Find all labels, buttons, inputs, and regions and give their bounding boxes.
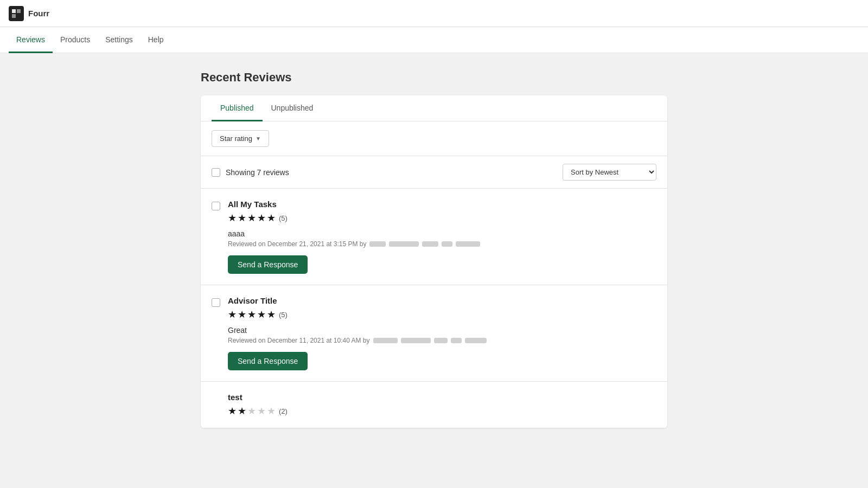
star-3: ★ [247, 212, 256, 224]
blurred-name-1b [389, 241, 419, 247]
review-3-product-title: test [228, 393, 656, 402]
app-logo: Fourr [9, 6, 49, 21]
nav-item-products[interactable]: Products [53, 27, 98, 53]
star-4: ★ [257, 212, 266, 224]
chevron-down-icon: ▼ [256, 136, 261, 142]
blurred-name-2d [451, 338, 462, 343]
star-4: ★ [257, 405, 266, 417]
star-1: ★ [228, 212, 237, 224]
nav-label-products: Products [60, 35, 90, 44]
blurred-name-2e [465, 338, 487, 343]
review-1-star-count: (5) [279, 214, 288, 222]
blurred-name-2a [373, 338, 398, 343]
star-1: ★ [228, 405, 237, 417]
blurred-name-1a [369, 241, 386, 247]
main-content: Recent Reviews Published Unpublished Sta… [0, 53, 868, 445]
star-2: ★ [238, 309, 246, 320]
star-rating-label: Star rating [220, 134, 252, 143]
showing-reviews-label: Showing 7 reviews [226, 168, 289, 177]
star-rating-filter-button[interactable]: Star rating ▼ [212, 130, 269, 147]
star-5: ★ [267, 309, 276, 320]
review-item-2: Advisor Title ★ ★ ★ ★ ★ (5) Great Review… [201, 285, 667, 382]
review-2-text: Great [228, 326, 656, 335]
filter-bar: Star rating ▼ [201, 121, 667, 156]
review-3-content: test ★ ★ ★ ★ ★ (2) [228, 393, 656, 422]
topbar: Fourr [0, 0, 868, 27]
blurred-name-2c [434, 338, 448, 343]
review-1-product-title: All My Tasks [228, 200, 656, 209]
svg-rect-1 [17, 9, 21, 13]
main-nav: Reviews Products Settings Help [0, 27, 868, 53]
review-2-meta: Reviewed on December 11, 2021 at 10:40 A… [228, 337, 656, 344]
star-1: ★ [228, 309, 237, 320]
review-1-meta: Reviewed on December 21, 2021 at 3:15 PM… [228, 240, 656, 248]
tabs-bar: Published Unpublished [201, 95, 667, 121]
star-3: ★ [247, 309, 256, 320]
review-1-content: All My Tasks ★ ★ ★ ★ ★ (5) aaaa Reviewed… [228, 200, 656, 274]
blurred-name-1e [456, 241, 480, 247]
review-1-checkbox[interactable] [212, 202, 220, 210]
review-2-content: Advisor Title ★ ★ ★ ★ ★ (5) Great Review… [228, 296, 656, 370]
review-3-star-count: (2) [279, 407, 288, 415]
select-all-checkbox[interactable] [212, 168, 220, 177]
nav-item-reviews[interactable]: Reviews [9, 27, 53, 53]
page-title: Recent Reviews [201, 70, 667, 85]
nav-label-reviews: Reviews [16, 35, 45, 44]
review-2-stars: ★ ★ ★ ★ ★ (5) [228, 309, 656, 320]
review-item-3: test ★ ★ ★ ★ ★ (2) [201, 382, 667, 428]
send-response-button-2[interactable]: Send a Response [228, 352, 308, 370]
svg-rect-2 [12, 14, 16, 18]
nav-label-settings: Settings [105, 35, 133, 44]
app-name: Fourr [28, 9, 49, 18]
review-1-stars: ★ ★ ★ ★ ★ (5) [228, 212, 656, 224]
nav-item-settings[interactable]: Settings [98, 27, 141, 53]
logo-icon [9, 6, 24, 21]
showing-reviews-row: Showing 7 reviews [212, 168, 289, 177]
tab-unpublished[interactable]: Unpublished [263, 96, 322, 121]
review-2-checkbox[interactable] [212, 298, 220, 307]
review-2-star-count: (5) [279, 311, 288, 319]
review-item-1: All My Tasks ★ ★ ★ ★ ★ (5) aaaa Reviewed… [201, 189, 667, 285]
star-2: ★ [238, 212, 246, 224]
star-5: ★ [267, 212, 276, 224]
blurred-name-1d [442, 241, 452, 247]
reviews-card: Published Unpublished Star rating ▼ Show… [201, 95, 667, 428]
send-response-button-1[interactable]: Send a Response [228, 255, 308, 274]
sort-select[interactable]: Sort by Newest Sort by Oldest Sort by Hi… [563, 164, 656, 181]
nav-item-help[interactable]: Help [141, 27, 171, 53]
review-1-text: aaaa [228, 229, 656, 238]
nav-label-help: Help [148, 35, 164, 44]
svg-rect-0 [12, 9, 16, 13]
tab-published[interactable]: Published [212, 96, 263, 121]
review-2-product-title: Advisor Title [228, 296, 656, 305]
blurred-name-2b [401, 338, 431, 343]
star-5: ★ [267, 405, 276, 417]
blurred-name-1c [422, 241, 438, 247]
star-4: ★ [257, 309, 266, 320]
review-3-stars: ★ ★ ★ ★ ★ (2) [228, 405, 656, 417]
star-2: ★ [238, 405, 246, 417]
star-3: ★ [247, 405, 256, 417]
review-list-header: Showing 7 reviews Sort by Newest Sort by… [201, 156, 667, 189]
